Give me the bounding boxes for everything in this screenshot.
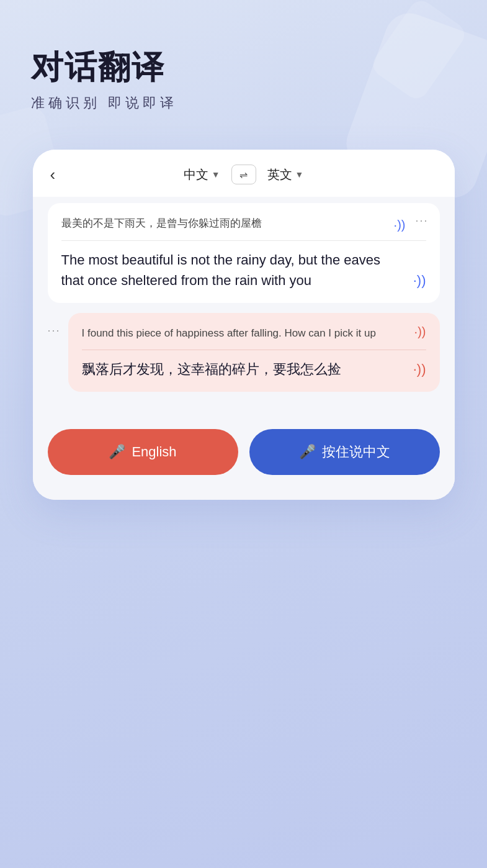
play-original-1[interactable]: ·)) (394, 215, 406, 234)
translated-text-1: The most beautiful is not the rainy day,… (61, 250, 426, 291)
more-options-button-1[interactable]: ··· (415, 214, 428, 227)
source-language-button[interactable]: 中文 ▼ (184, 166, 220, 183)
swap-languages-button[interactable]: ⇌ (231, 165, 256, 184)
message-bubble-1: ··· 最美的不是下雨天，是曾与你躲过雨的屋檐 ·)) The most bea… (48, 203, 440, 303)
original-text-1: 最美的不是下雨天，是曾与你躲过雨的屋檐 ·)) (61, 215, 426, 241)
back-button[interactable]: ‹ (50, 165, 56, 184)
page-subtitle: 准确识别 即说即译 (31, 94, 456, 112)
english-voice-button[interactable]: 🎤 English (48, 429, 238, 475)
english-mic-icon: 🎤 (109, 444, 125, 460)
target-language-button[interactable]: 英文 ▼ (267, 166, 304, 183)
page-title: 对话翻译 (31, 50, 456, 85)
play-original-2[interactable]: ·)) (414, 322, 426, 341)
language-topbar: ‹ 中文 ▼ ⇌ 英文 ▼ (33, 150, 455, 197)
conversation-area: ··· 最美的不是下雨天，是曾与你躲过雨的屋檐 ·)) The most bea… (33, 197, 455, 407)
more-options-button-2[interactable]: ··· (48, 313, 61, 337)
target-lang-chevron: ▼ (295, 170, 304, 179)
translation-card: ‹ 中文 ▼ ⇌ 英文 ▼ ··· 最美的不是下 (33, 150, 455, 500)
language-switcher: 中文 ▼ ⇌ 英文 ▼ (184, 165, 304, 184)
message-row-2: ··· I found this piece of happiness afte… (48, 313, 440, 392)
chinese-voice-button[interactable]: 🎤 按住说中文 (249, 429, 440, 475)
source-lang-chevron: ▼ (212, 170, 220, 179)
original-text-2: I found this piece of happiness after fa… (82, 325, 426, 351)
chinese-mic-icon: 🎤 (299, 444, 316, 460)
message-bubble-2: I found this piece of happiness after fa… (68, 313, 440, 392)
voice-input-buttons: 🎤 English 🎤 按住说中文 (33, 407, 455, 500)
translated-text-2: 飘落后才发现，这幸福的碎片，要我怎么捡 ·)) (82, 359, 426, 379)
play-translation-2[interactable]: ·)) (413, 359, 426, 379)
play-translation-1[interactable]: ·)) (413, 270, 426, 291)
swap-icon: ⇌ (239, 169, 248, 181)
